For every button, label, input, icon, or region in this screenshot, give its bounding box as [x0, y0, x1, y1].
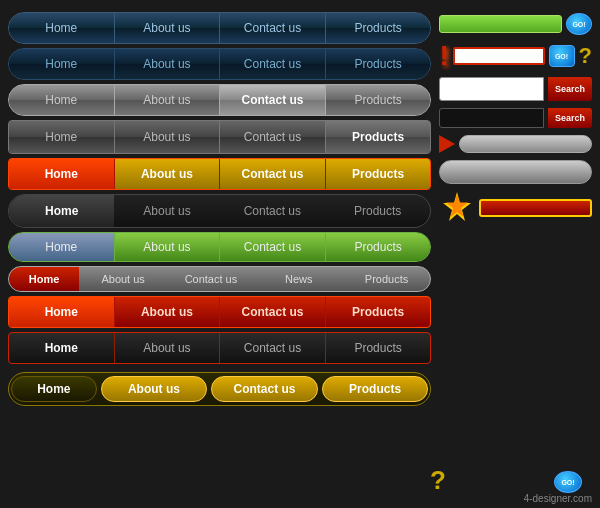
- nav-about-11[interactable]: About us: [101, 376, 208, 402]
- nav-home-9[interactable]: Home: [9, 297, 115, 327]
- nav-about-6[interactable]: About us: [114, 195, 219, 227]
- nav-about-1[interactable]: About us: [115, 13, 221, 43]
- nav-about-9[interactable]: About us: [115, 297, 221, 327]
- nav-products-5[interactable]: Products: [326, 159, 431, 189]
- navbar-5: Home About us Contact us Products: [8, 158, 431, 190]
- navbar-10: Home About us Contact us Products: [8, 332, 431, 364]
- navbar-6: Home About us Contact us Products: [8, 194, 431, 228]
- navbar-8: Home About us Contact us News Products: [8, 266, 431, 292]
- nav-about-5[interactable]: About us: [115, 159, 221, 189]
- search-input-white[interactable]: [439, 77, 544, 101]
- nav-about-4[interactable]: About us: [115, 121, 221, 153]
- gray-rounded-bar: [439, 160, 592, 184]
- nav-products-9[interactable]: Products: [326, 297, 431, 327]
- nav-home-10[interactable]: Home: [9, 333, 115, 363]
- watermark: 4-designer.com: [524, 493, 592, 504]
- widget-row-search-dark: Search: [439, 107, 592, 129]
- starburst-icon: [439, 190, 475, 226]
- nav-contact-9[interactable]: Contact us: [220, 297, 326, 327]
- widget-row-starburst: [439, 190, 592, 226]
- gray-pill-bar: [459, 135, 592, 153]
- nav-contact-10[interactable]: Contact us: [220, 333, 326, 363]
- go-button-bottom[interactable]: GO!: [554, 471, 582, 493]
- nav-contact-11[interactable]: Contact us: [211, 376, 318, 402]
- go-button-2[interactable]: GO!: [549, 45, 575, 67]
- nav-contact-8[interactable]: Contact us: [167, 267, 255, 291]
- navbar-1: Home About us Contact us Products: [8, 12, 431, 44]
- arrow-right-icon[interactable]: [439, 135, 455, 153]
- nav-products-2[interactable]: Products: [326, 49, 431, 79]
- nav-contact-4[interactable]: Contact us: [220, 121, 326, 153]
- nav-contact-1[interactable]: Contact us: [220, 13, 326, 43]
- nav-home-7[interactable]: Home: [9, 233, 115, 261]
- widget-row-search-white: Search: [439, 76, 592, 102]
- nav-home-2[interactable]: Home: [9, 49, 115, 79]
- nav-products-3[interactable]: Products: [326, 85, 431, 115]
- nav-contact-7[interactable]: Contact us: [220, 233, 326, 261]
- navbar-9: Home About us Contact us Products: [8, 296, 431, 328]
- navbars-section: Home About us Contact us Products Home A…: [8, 8, 431, 500]
- nav-contact-6[interactable]: Contact us: [220, 195, 325, 227]
- navbar-11: Home About us Contact us Products: [8, 372, 431, 406]
- nav-about-8[interactable]: About us: [79, 267, 167, 291]
- search-input-red-border[interactable]: [453, 47, 545, 65]
- navbar-4: Home About us Contact us Products: [8, 120, 431, 154]
- navbar-7: Home About us Contact us Products: [8, 232, 431, 262]
- nav-home-11[interactable]: Home: [11, 376, 97, 402]
- nav-products-7[interactable]: Products: [326, 233, 431, 261]
- nav-products-1[interactable]: Products: [326, 13, 431, 43]
- nav-home-3[interactable]: Home: [9, 85, 115, 115]
- nav-products-8[interactable]: Products: [343, 267, 431, 291]
- nav-home-6[interactable]: Home: [9, 195, 114, 227]
- search-button-2[interactable]: Search: [548, 108, 592, 128]
- navbar-2: Home About us Contact us Products: [8, 48, 431, 80]
- widget-row-arrow-gray: [439, 134, 592, 154]
- question-icon: ?: [579, 45, 592, 67]
- nav-contact-5[interactable]: Contact us: [220, 159, 326, 189]
- navbar-3: Home About us Contact us Products: [8, 84, 431, 116]
- nav-contact-3[interactable]: Contact us: [220, 85, 326, 115]
- search-input-green[interactable]: [439, 15, 562, 33]
- nav-home-5[interactable]: Home: [9, 159, 115, 189]
- nav-products-4[interactable]: Products: [326, 121, 431, 153]
- nav-about-2[interactable]: About us: [115, 49, 221, 79]
- nav-home-4[interactable]: Home: [9, 121, 115, 153]
- search-input-dark[interactable]: [439, 108, 544, 128]
- nav-news-8[interactable]: News: [255, 267, 343, 291]
- nav-about-7[interactable]: About us: [115, 233, 221, 261]
- widget-row-1: GO!: [439, 12, 592, 36]
- nav-products-10[interactable]: Products: [326, 333, 431, 363]
- go-button-1[interactable]: GO!: [566, 13, 592, 35]
- search-button-1[interactable]: Search: [548, 77, 592, 101]
- red-gold-bar: [479, 199, 592, 217]
- nav-home-8[interactable]: Home: [9, 267, 79, 291]
- nav-products-11[interactable]: Products: [322, 376, 429, 402]
- widget-row-gray-bar: [439, 159, 592, 185]
- widget-row-exclaim: ! GO! ?: [439, 41, 592, 71]
- main-container: Home About us Contact us Products Home A…: [0, 0, 600, 508]
- widgets-section: GO! ! GO! ? Search Search: [439, 8, 592, 500]
- nav-products-6[interactable]: Products: [325, 195, 430, 227]
- nav-about-10[interactable]: About us: [115, 333, 221, 363]
- exclamation-icon: !: [439, 42, 448, 70]
- nav-about-3[interactable]: About us: [115, 85, 221, 115]
- nav-home-1[interactable]: Home: [9, 13, 115, 43]
- nav-contact-2[interactable]: Contact us: [220, 49, 326, 79]
- bottom-question-icon: ?: [430, 465, 446, 496]
